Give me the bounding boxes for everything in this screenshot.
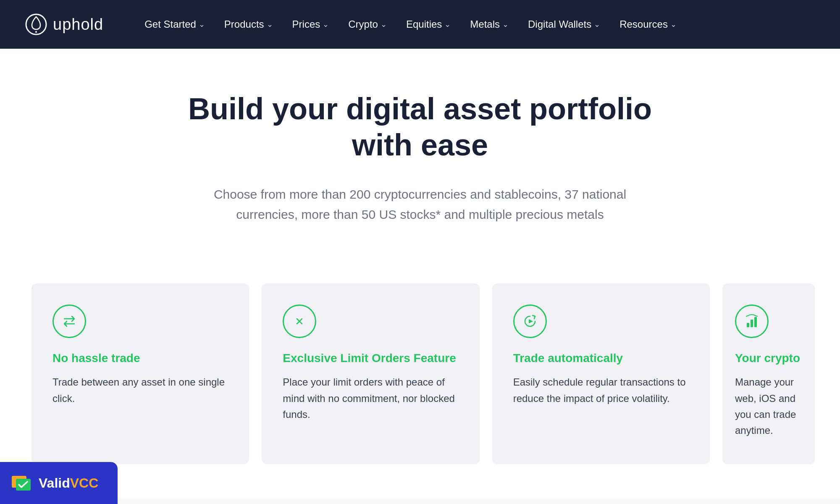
nav-item-digital-wallets[interactable]: Digital Wallets ⌄ — [520, 14, 608, 34]
refresh-play-icon-circle — [513, 304, 547, 338]
hero-subtitle: Choose from more than 200 cryptocurrenci… — [189, 184, 651, 225]
feature-title-limit-orders: Exclusive Limit Orders Feature — [283, 351, 458, 366]
feature-desc-your-crypto: Manage your web, iOS and you can trade a… — [735, 374, 802, 439]
chevron-down-icon: ⌄ — [594, 20, 600, 29]
x-circle-icon — [291, 313, 308, 330]
svg-rect-2 — [747, 323, 749, 327]
feature-title-your-crypto: Your crypto — [735, 351, 802, 366]
chevron-down-icon: ⌄ — [444, 20, 451, 29]
svg-point-1 — [35, 31, 37, 33]
feature-card-limit-orders: Exclusive Limit Orders Feature Place you… — [262, 284, 479, 464]
nav-item-get-started[interactable]: Get Started ⌄ — [137, 14, 213, 34]
feature-title-trade-auto: Trade automatically — [513, 351, 689, 366]
validvcc-label: ValidVCC — [39, 475, 98, 491]
nav-item-products[interactable]: Products ⌄ — [217, 14, 281, 34]
svg-rect-4 — [754, 317, 757, 327]
chevron-down-icon: ⌄ — [502, 20, 509, 29]
feature-desc-limit-orders: Place your limit orders with peace of mi… — [283, 374, 458, 423]
chevron-down-icon: ⌄ — [670, 20, 677, 29]
chart-icon — [743, 313, 760, 330]
nav-item-equities[interactable]: Equities ⌄ — [399, 14, 458, 34]
chevron-down-icon: ⌄ — [199, 20, 205, 29]
logo-text: uphold — [53, 16, 103, 34]
chevron-down-icon: ⌄ — [267, 20, 273, 29]
refresh-play-icon — [522, 313, 538, 330]
feature-title-no-hassle: No hassle trade — [52, 351, 228, 366]
validvcc-icon — [8, 470, 34, 496]
hero-title: Build your digital asset portfolio with … — [168, 91, 672, 163]
navbar: uphold Get Started ⌄ Products ⌄ Prices ⌄… — [0, 0, 840, 49]
feature-card-trade-auto: Trade automatically Easily schedule regu… — [492, 284, 710, 464]
feature-desc-trade-auto: Easily schedule regular transactions to … — [513, 374, 689, 407]
transfer-icon — [61, 313, 78, 330]
nav-item-resources[interactable]: Resources ⌄ — [612, 14, 684, 34]
transfer-icon-circle — [52, 304, 86, 338]
validvcc-badge[interactable]: ValidVCC — [0, 462, 118, 504]
x-circle-icon-circle — [283, 304, 316, 338]
svg-rect-3 — [751, 320, 753, 327]
nav-menu: Get Started ⌄ Products ⌄ Prices ⌄ Crypto… — [137, 14, 684, 34]
feature-card-your-crypto: Your crypto Manage your web, iOS and you… — [722, 284, 815, 464]
chart-icon-circle — [735, 304, 769, 338]
uphold-logo-icon — [25, 13, 47, 35]
feature-desc-no-hassle: Trade between any asset in one single cl… — [52, 374, 228, 407]
chevron-down-icon: ⌄ — [381, 20, 387, 29]
hero-section: Build your digital asset portfolio with … — [0, 49, 840, 258]
nav-item-prices[interactable]: Prices ⌄ — [285, 14, 337, 34]
nav-item-metals[interactable]: Metals ⌄ — [462, 14, 516, 34]
feature-card-no-hassle: No hassle trade Trade between any asset … — [32, 284, 249, 464]
chevron-down-icon: ⌄ — [323, 20, 329, 29]
validvcc-logo-icon — [10, 472, 33, 495]
features-section: No hassle trade Trade between any asset … — [0, 258, 840, 498]
logo[interactable]: uphold — [25, 13, 103, 35]
nav-item-crypto[interactable]: Crypto ⌄ — [341, 14, 394, 34]
